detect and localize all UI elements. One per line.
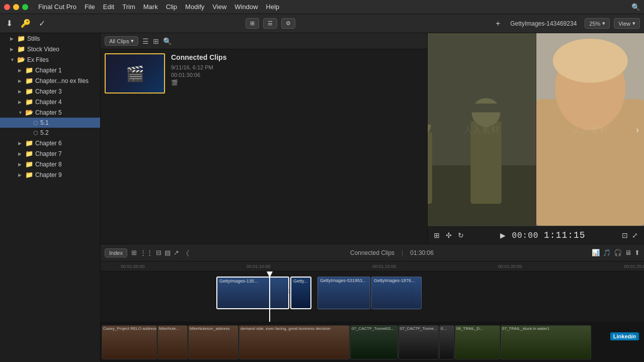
lower-clip-label: 07_TRAIL_stuck in water1 — [502, 326, 549, 331]
clip-block-4[interactable]: GettyImages-1876... — [371, 277, 422, 309]
lower-clip-9[interactable]: 07_TRAIL_stuck in water1 — [501, 325, 591, 359]
lower-clip-1[interactable]: Casey_Project RELO addresse... — [102, 325, 157, 359]
menu-trim[interactable]: Trim — [122, 3, 135, 11]
sidebar-label: Chapter 6 — [35, 140, 62, 147]
sidebar-item-5-2[interactable]: ⬡ 5.2 — [0, 128, 100, 138]
list-icon[interactable]: ☰ — [142, 37, 149, 45]
folder-icon: 📁 — [25, 77, 33, 84]
index-button[interactable]: Index — [105, 248, 127, 257]
sidebar-item-chapter4[interactable]: ▶ 📁 Chapter 4 — [0, 97, 100, 107]
clip-block-3[interactable]: GettyImages-531953... — [317, 277, 370, 309]
all-clips-button[interactable]: All Clips ▾ — [105, 36, 138, 46]
sidebar-item-stills[interactable]: ▶ 📁 Stills — [0, 33, 100, 44]
add-library-button[interactable]: + — [494, 18, 502, 29]
zoom-level-button[interactable]: 25% ▾ — [585, 18, 610, 29]
timeline-view-button[interactable]: ▤ — [165, 249, 171, 256]
lower-clip-4[interactable]: demand side, exec facing, great business… — [239, 325, 350, 359]
clip-appearance-button[interactable]: ⊞ — [131, 249, 137, 256]
lower-clip-2[interactable]: MikeNute... — [157, 325, 188, 359]
clip-duration: 00:01:30:06 — [171, 72, 423, 78]
waveform-button[interactable]: 📊 — [592, 249, 600, 256]
clip-block-1[interactable]: GettyImages-135... — [216, 277, 289, 309]
list-view-button[interactable]: ☰ — [263, 18, 277, 29]
sidebar-item-chapter1[interactable]: ▶ 📁 Chapter 1 — [0, 65, 100, 75]
viewer-settings-button[interactable]: ⊞ — [434, 231, 440, 239]
sidebar-item-chapter8[interactable]: ▶ 📁 Chapter 8 — [0, 159, 100, 169]
expand-arrow: ▼ — [18, 110, 23, 115]
folder-icon: 📁 — [17, 35, 25, 42]
fullscreen-button[interactable]: ⤢ — [632, 231, 638, 239]
sidebar-item-chapter6[interactable]: ▶ 📁 Chapter 6 — [0, 138, 100, 148]
sidebar-item-chapter7[interactable]: ▶ 📁 Chapter 7 — [0, 148, 100, 159]
audio-button[interactable]: 🎵 — [603, 249, 611, 256]
keyword-button[interactable]: 🔑 — [19, 18, 33, 29]
library-name-label: GettyImages-143469234 — [510, 20, 577, 27]
menu-clip[interactable]: Clip — [166, 3, 177, 11]
clip-info: Connected Clips 9/11/16, 6:12 PM 00:01:3… — [171, 53, 423, 86]
sidebar-label: 5.1 — [40, 119, 49, 126]
timeline-content[interactable]: 00:22.00 -01:03.00 GettyImages-135... Ge… — [101, 272, 644, 322]
search-icon[interactable]: 🔍 — [631, 3, 640, 11]
search-icon[interactable]: 🔍 — [163, 37, 172, 45]
arrow-tool[interactable]: ↗ — [174, 249, 179, 256]
viewer-screen-right[interactable]: 人人素材 — [536, 33, 645, 226]
filmreel-icon: ⬡ — [33, 120, 38, 126]
viewer-screens: 人人素材 — [428, 33, 644, 226]
sidebar-item-stock-video[interactable]: ▶ 📁 Stock Video — [0, 44, 100, 54]
lower-clip-8[interactable]: 06_TRAIL_D... — [455, 325, 500, 359]
sidebar-item-chapter-noex[interactable]: ▶ 📁 Chapter...no ex files — [0, 75, 100, 86]
play-button[interactable]: ▶ — [500, 231, 506, 239]
svg-rect-6 — [428, 116, 434, 125]
maximize-button[interactable] — [22, 4, 28, 10]
lower-clip-6[interactable]: 07_CACTF_Tunne... — [398, 325, 439, 359]
sidebar-item-chapter3[interactable]: ▶ 📁 Chapter 3 — [0, 86, 100, 97]
timeline-settings-button[interactable]: ⋮⋮ — [140, 249, 153, 256]
import-button[interactable]: ⬇ — [4, 18, 15, 29]
menu-view[interactable]: View — [212, 3, 226, 11]
menu-edit[interactable]: Edit — [103, 3, 114, 11]
monitor-button[interactable]: 🖥 — [625, 249, 631, 256]
lower-clips-row: Casey_Project RELO addresse... MikeNute.… — [101, 322, 644, 362]
timeline-zoom-button[interactable]: ⊟ — [156, 249, 162, 256]
zoom-button[interactable]: ⊡ — [622, 231, 628, 239]
viewer-screen-left[interactable]: 人人素材 — [428, 33, 536, 226]
clip-thumbnail[interactable]: 🎬 — [105, 53, 165, 94]
view-button[interactable]: View ▾ — [614, 18, 640, 29]
clip-block-2[interactable]: Getty... — [290, 277, 311, 309]
viewer-transform-button[interactable]: ✣ — [446, 231, 452, 239]
sidebar-item-5-1[interactable]: ⬡ 5.1 — [0, 118, 100, 128]
adjust-button[interactable]: ⚙ — [281, 18, 295, 29]
lower-clip-label: 06_TRAIL_D... — [456, 326, 483, 331]
clip-label-4: GettyImages-1876... — [374, 278, 415, 283]
export-button[interactable]: ⬆ — [634, 249, 640, 256]
menu-file[interactable]: File — [85, 3, 95, 11]
lower-clip-label: 0... — [441, 326, 446, 331]
sidebar-item-chapter5[interactable]: ▼ 📂 Chapter 5 — [0, 107, 100, 118]
grid-view-button[interactable]: ⊞ — [246, 18, 259, 29]
lower-clip-3[interactable]: MikeNuteson_address — [188, 325, 238, 359]
menu-fcp[interactable]: Final Cut Pro — [38, 3, 76, 11]
menu-window[interactable]: Window — [234, 3, 258, 11]
menu-help[interactable]: Help — [266, 3, 280, 11]
sidebar-item-chapter9[interactable]: ▶ 📁 Chapter 9 — [0, 169, 100, 180]
lower-clip-7[interactable]: 0... — [439, 325, 454, 359]
timeline-playhead[interactable] — [269, 272, 270, 322]
lower-clip-label: MikeNuteson_address — [190, 326, 230, 331]
viewer-panel: 人人素材 — [428, 33, 644, 244]
lower-clip-label: MikeNute... — [159, 326, 179, 331]
grid-icon[interactable]: ⊞ — [153, 37, 159, 45]
folder-icon: 📁 — [25, 66, 33, 74]
menu-mark[interactable]: Mark — [143, 3, 158, 11]
clip-label-1: GettyImages-135... — [219, 279, 258, 284]
timeline-title-label: Connected Clips — [350, 249, 394, 256]
viewer-rotate-button[interactable]: ↻ — [458, 231, 464, 239]
sidebar-item-ex-files[interactable]: ▼ 📂 Ex Files — [0, 54, 100, 65]
menu-modify[interactable]: Modify — [185, 3, 204, 11]
check-button[interactable]: ✓ — [37, 18, 47, 29]
close-button[interactable] — [4, 4, 10, 10]
ruler-mark-4: 00:01:20:00 — [498, 264, 522, 269]
folder-icon: 📂 — [17, 56, 25, 63]
minimize-button[interactable] — [13, 4, 19, 10]
headphones-button[interactable]: 🎧 — [614, 249, 622, 256]
lower-clip-5[interactable]: 07_CACTF_Tunnel02... — [350, 325, 398, 359]
